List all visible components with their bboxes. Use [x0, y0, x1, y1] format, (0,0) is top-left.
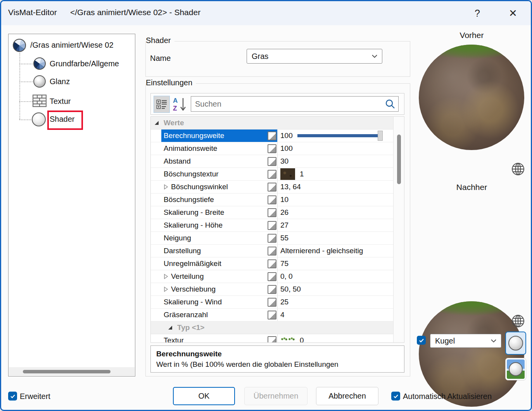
expand-arrow-icon[interactable]	[164, 184, 168, 190]
row-indicator-cell[interactable]	[267, 193, 277, 206]
row-indicator-cell[interactable]	[267, 245, 277, 257]
table-row[interactable]: Unregelmäßigkeit75	[151, 257, 394, 270]
slider-thumb[interactable]	[378, 131, 383, 141]
search-input[interactable]	[191, 100, 385, 109]
close-button[interactable]: ✕	[504, 5, 522, 21]
row-indicator-cell[interactable]	[267, 155, 277, 168]
row-value-cell[interactable]: 26	[277, 206, 394, 219]
table-row[interactable]: Böschungstiefe10	[151, 193, 394, 206]
table-row[interactable]: Skalierung - Breite26	[151, 206, 394, 219]
preview-mode-scene-button[interactable]	[505, 358, 526, 380]
table-row[interactable]: Böschungswinkel13, 64	[151, 181, 394, 193]
row-indicator-cell[interactable]	[267, 309, 277, 321]
table-row[interactable]: Animationsweite100	[151, 142, 394, 155]
row-indicator-cell[interactable]	[267, 334, 277, 343]
row-label-cell[interactable]: Skalierung - Breite	[161, 206, 267, 219]
row-indicator-cell[interactable]	[267, 142, 277, 155]
table-group-header[interactable]: Typ <1>	[151, 321, 394, 334]
row-value-cell[interactable]: 4	[277, 309, 394, 321]
shader-name-select[interactable]: Gras	[247, 49, 382, 64]
row-value-cell[interactable]: 13, 64	[277, 181, 394, 193]
row-label-cell[interactable]: Animationsweite	[161, 142, 267, 155]
table-vertical-scrollbar[interactable]	[393, 117, 404, 342]
row-indicator-cell[interactable]	[267, 130, 277, 142]
row-value-cell[interactable]: 100	[277, 142, 394, 155]
row-value-cell[interactable]: 25	[277, 296, 394, 308]
table-row[interactable]: Abstand30	[151, 155, 394, 168]
row-value-cell[interactable]: 50, 50	[277, 283, 394, 295]
row-label-cell[interactable]: Darstellung	[161, 245, 267, 257]
row-label-cell[interactable]: Gräseranzahl	[161, 309, 267, 321]
table-row[interactable]: Skalierung - Wind25	[151, 296, 394, 309]
tree-root-label[interactable]: /Gras animiert/Wiese 02	[30, 41, 114, 50]
table-row[interactable]: Gräseranzahl4	[151, 309, 394, 321]
expand-arrow-icon[interactable]	[164, 287, 168, 292]
shape-select[interactable]: Kugel	[430, 334, 501, 348]
expand-arrow-icon[interactable]	[164, 274, 168, 279]
row-indicator-cell[interactable]	[267, 283, 277, 295]
row-value-cell[interactable]: Alternierend - gleichseitig	[277, 245, 394, 257]
preview-mode-sphere-button[interactable]	[505, 332, 526, 355]
collapse-triangle-icon[interactable]	[154, 121, 159, 125]
row-value-cell[interactable]: 55	[277, 232, 394, 244]
row-value-cell[interactable]: 27	[277, 219, 394, 231]
tree-item-grundfarbe[interactable]: Grundfarbe/Allgeme	[50, 59, 119, 68]
row-label-cell[interactable]: Berechnungsweite	[161, 130, 267, 142]
shape-preview-checkbox[interactable]	[417, 336, 426, 345]
table-row[interactable]: Verteilung0, 0	[151, 270, 394, 283]
tree-horizontal-scrollbar[interactable]	[9, 367, 135, 376]
row-label-cell[interactable]: Böschungstextur	[161, 168, 267, 180]
auto-update-checkbox[interactable]	[391, 392, 400, 401]
row-value-cell[interactable]: 30	[277, 155, 394, 168]
row-label-cell[interactable]: Böschungswinkel	[161, 181, 267, 193]
row-value-cell[interactable]: 0, 0	[277, 270, 394, 283]
table-row[interactable]: Skalierung - Höhe27	[151, 219, 394, 232]
row-label-cell[interactable]: Neigung	[161, 232, 267, 244]
row-indicator-cell[interactable]	[267, 232, 277, 244]
table-row[interactable]: Berechnungsweite100	[151, 130, 394, 142]
before-globe-icon[interactable]	[511, 162, 525, 176]
ok-button[interactable]: OK	[173, 387, 235, 405]
row-indicator-cell[interactable]	[267, 296, 277, 308]
slider-track[interactable]	[297, 134, 383, 137]
help-button[interactable]: ?	[469, 6, 486, 21]
row-label-cell[interactable]: Skalierung - Höhe	[161, 219, 267, 231]
apply-button[interactable]: Übernehmen	[244, 387, 307, 405]
row-label-cell[interactable]: Textur	[161, 334, 267, 343]
table-row[interactable]: Neigung55	[151, 232, 394, 245]
row-value-cell[interactable]: 75	[277, 257, 394, 270]
after-globe-icon[interactable]	[511, 314, 525, 328]
row-label-cell[interactable]: Böschungstiefe	[161, 193, 267, 206]
row-label-cell[interactable]: Unregelmäßigkeit	[161, 257, 267, 270]
table-scrollbar-thumb[interactable]	[397, 135, 401, 184]
erweitert-checkbox[interactable]	[8, 392, 17, 401]
row-label-cell[interactable]: Skalierung - Wind	[161, 296, 267, 308]
row-indicator-cell[interactable]	[267, 257, 277, 270]
row-value-cell[interactable]: 10	[277, 193, 394, 206]
title-bar[interactable]: VisMat-Editor </Gras animiert/Wiese 02> …	[1, 1, 531, 25]
row-indicator-cell[interactable]	[267, 219, 277, 231]
collapse-triangle-icon[interactable]	[168, 325, 173, 330]
table-row[interactable]: Böschungstextur1	[151, 168, 394, 181]
row-value-cell[interactable]: 100	[277, 130, 394, 142]
table-row[interactable]: DarstellungAlternierend - gleichseitig	[151, 245, 394, 257]
tree-scrollbar-thumb[interactable]	[23, 370, 111, 373]
row-indicator-cell[interactable]	[267, 168, 277, 180]
value-slider[interactable]	[297, 131, 383, 141]
table-row[interactable]: Textur0	[151, 334, 394, 343]
tree-item-glanz[interactable]: Glanz	[50, 77, 70, 86]
cancel-button[interactable]: Abbrechen	[316, 387, 378, 405]
row-indicator-cell[interactable]	[267, 270, 277, 283]
tree-item-textur[interactable]: Textur	[50, 97, 71, 106]
row-label-cell[interactable]: Verteilung	[161, 270, 267, 283]
sort-alphabetical-button[interactable]: A Z	[172, 96, 188, 112]
row-label-cell[interactable]: Abstand	[161, 155, 267, 168]
row-value-cell[interactable]: 0	[277, 334, 394, 343]
search-icon[interactable]	[385, 99, 395, 109]
table-row[interactable]: Verschiebung50, 50	[151, 283, 394, 296]
row-indicator-cell[interactable]	[267, 181, 277, 193]
row-indicator-cell[interactable]	[267, 206, 277, 219]
table-group-header[interactable]: Werte	[151, 117, 394, 130]
category-view-button[interactable]	[154, 96, 170, 113]
row-value-cell[interactable]: 1	[277, 168, 394, 180]
